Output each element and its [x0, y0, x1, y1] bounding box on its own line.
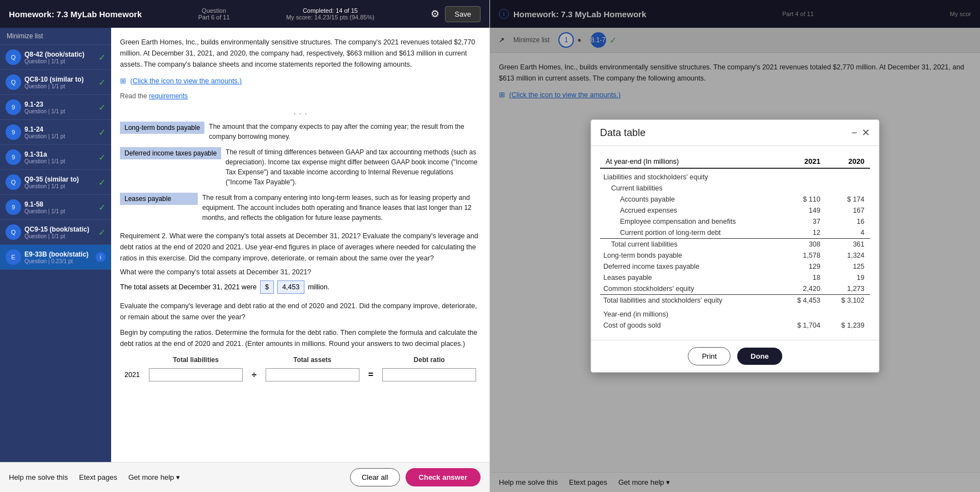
sidebar-item-sub-9: Question | 1/1 pt	[24, 108, 95, 114]
sidebar-item-title-13: 9.1-58	[24, 200, 95, 208]
div-sign: ÷	[247, 366, 261, 384]
evaluate-text: Evaluate the company's leverage and debt…	[120, 300, 481, 323]
gear-icon[interactable]: ⚙	[431, 8, 439, 20]
modal-title: Data table	[600, 127, 646, 139]
eq-sign: =	[364, 366, 378, 384]
question-label: Question	[202, 7, 226, 14]
sidebar-item-7[interactable]: Q Q8-42 (book/static) Question | 1/1 pt …	[0, 45, 111, 70]
sidebar-item-sub-7: Question | 1/1 pt	[24, 58, 95, 64]
glossary-row-1: Long-term bonds payable The amount that …	[120, 122, 481, 142]
sidebar-item-check-12: ✓	[98, 177, 106, 188]
sidebar-item-sub-11: Question | 1/1 pt	[24, 158, 95, 164]
ratio-row-label: 2021	[120, 366, 144, 384]
requirements-link[interactable]: requirements	[149, 92, 188, 100]
col1-header: Total liabilities	[144, 354, 247, 366]
modal-header: Data table − ✕	[591, 120, 879, 146]
scroll-dots: · · ·	[120, 108, 481, 119]
sidebar-item-sub-13: Question | 1/1 pt	[24, 208, 95, 214]
completed-text: Completed: 14 of 15	[286, 7, 374, 14]
sidebar-item-icon-8: Q	[6, 74, 21, 90]
sidebar-item-12[interactable]: Q Q9-35 (similar to) Question | 1/1 pt ✓	[0, 170, 111, 195]
sidebar-item-icon-10: 9	[6, 124, 21, 140]
glossary-row-3: Leases payable The result from a company…	[120, 193, 481, 223]
more-help-link[interactable]: Get more help ▾	[128, 473, 180, 481]
action-buttons: Clear all Check answer	[350, 468, 481, 486]
bottom-links: Help me solve this Etext pages Get more …	[9, 473, 180, 481]
modal-footer: Print Done	[591, 340, 879, 372]
table-icon[interactable]: ⊞	[120, 77, 126, 85]
sidebar-item-icon-15: E	[6, 249, 21, 265]
content-area: Green Earth Homes, Inc., builds environm…	[111, 28, 489, 462]
table-row-cogs: Cost of goods sold $ 1,704 $ 1,239	[600, 320, 870, 331]
total-assets-symbol: $	[260, 280, 274, 294]
sidebar-item-icon-12: Q	[6, 174, 21, 190]
ratio-input-liabilities[interactable]	[149, 368, 243, 381]
done-button[interactable]: Done	[737, 348, 782, 365]
table-row-current-ltd: Current portion of long-term debt 12 4	[600, 227, 870, 239]
glossary-def-1: The amount that the company expects to p…	[209, 122, 481, 142]
help-link[interactable]: Help me solve this	[9, 473, 68, 481]
glossary-def-3: The result from a company entering into …	[202, 193, 481, 223]
part-label: Part 6 of 11	[198, 14, 230, 21]
sidebar-item-sub-8: Question | 1/1 pt	[24, 83, 95, 89]
click-icon-text: ⊞ (Click the icon to view the amounts.)	[120, 76, 481, 87]
right-panel: i Homework: 7.3 MyLab Homework Part 4 of…	[490, 0, 980, 492]
total-assets-value: 4,453	[277, 280, 304, 294]
glossary-def-2: The result of timing differences between…	[226, 147, 481, 187]
table-row-current-liabilities: Current liabilities	[600, 183, 870, 194]
glossary-term-2: Deferred income taxes payable	[120, 147, 221, 159]
save-button[interactable]: Save	[445, 6, 481, 22]
sidebar-item-11[interactable]: 9 9.1-31a Question | 1/1 pt ✓	[0, 145, 111, 170]
answer-pre-text: The total assets at December 31, 2021 we…	[120, 283, 257, 291]
glossary-row-2: Deferred income taxes payable The result…	[120, 147, 481, 187]
sidebar-item-title-9: 9.1-23	[24, 101, 95, 108]
sidebar-item-15[interactable]: E E9-33B (book/static) Question | 0.23/1…	[0, 245, 111, 270]
left-center-info: Question Part 6 of 11	[198, 7, 230, 21]
sidebar-item-check-11: ✓	[98, 152, 106, 163]
ratio-input-debt-ratio[interactable]	[382, 368, 476, 381]
requirement2-text: Requirement 2. What were the company's t…	[120, 230, 481, 264]
sidebar-item-9[interactable]: 9 9.1-23 Question | 1/1 pt ✓	[0, 95, 111, 120]
left-title: Homework: 7.3 MyLab Homework	[9, 9, 142, 19]
total-assets-answer-row: The total assets at December 31, 2021 we…	[120, 280, 481, 294]
sidebar-item-icon-14: Q	[6, 224, 21, 240]
table-row-liabilities-header: Liabilities and stockholders' equity	[600, 168, 870, 183]
sidebar-item-info-15: i	[96, 252, 106, 262]
sidebar-item-title-15: E9-33B (book/static)	[24, 250, 92, 258]
sidebar-item-title-7: Q8-42 (book/static)	[24, 51, 95, 58]
col-label-header: At year-end (In millions)	[600, 155, 782, 168]
sidebar-item-10[interactable]: 9 9.1-24 Question | 1/1 pt ✓	[0, 120, 111, 145]
sidebar-item-8[interactable]: Q QC8-10 (similar to) Question | 1/1 pt …	[0, 70, 111, 95]
modal-minimize-button[interactable]: −	[851, 127, 857, 139]
sidebar-item-check-10: ✓	[98, 127, 106, 138]
sidebar-item-13[interactable]: 9 9.1-58 Question | 1/1 pt ✓	[0, 195, 111, 220]
sidebar-item-14[interactable]: Q QC9-15 (book/static) Question | 1/1 pt…	[0, 220, 111, 245]
minimize-list-button[interactable]: Minimize list	[0, 28, 111, 45]
table-row-accrued-expenses: Accrued expenses 149 167	[600, 205, 870, 216]
table-row-common-equity: Common stockholders' equity 2,420 1,273	[600, 283, 870, 295]
glossary-term-3: Leases payable	[120, 193, 198, 205]
score-text: My score: 14.23/15 pts (94.85%)	[286, 14, 374, 21]
score-area: Completed: 14 of 15 My score: 14.23/15 p…	[286, 7, 374, 21]
col2-header: Total assets	[261, 354, 364, 366]
modal-close-button[interactable]: ✕	[862, 127, 870, 139]
modal-overlay: Data table − ✕ At year-end (In millions)…	[490, 0, 980, 492]
left-header: Homework: 7.3 MyLab Homework Question Pa…	[0, 0, 489, 28]
modal-controls: − ✕	[851, 127, 870, 139]
click-icon-link[interactable]: (Click the icon to view the amounts.)	[130, 77, 242, 85]
clear-all-button[interactable]: Clear all	[350, 468, 400, 486]
ratio-input-assets[interactable]	[266, 368, 359, 381]
etext-link[interactable]: Etext pages	[79, 473, 117, 481]
sidebar-item-icon-7: Q	[6, 49, 21, 65]
sidebar-item-check-13: ✓	[98, 202, 106, 213]
table-row-total-liabilities: Total liabilities and stockholders' equi…	[600, 295, 870, 307]
total-assets-question: What were the company's total assets at …	[120, 268, 481, 276]
check-answer-button[interactable]: Check answer	[406, 468, 481, 486]
table-row-deferred-taxes: Deferred income taxes payable 129 125	[600, 261, 870, 272]
sidebar-item-sub-15: Question | 0.23/1 pt	[24, 258, 92, 264]
ratio-table: Total liabilities Total assets Debt rati…	[120, 354, 481, 384]
sidebar-item-sub-12: Question | 1/1 pt	[24, 183, 95, 189]
print-button[interactable]: Print	[688, 347, 731, 365]
compute-text: Begin by computing the ratios. Determine…	[120, 327, 481, 349]
table-row-yearend-header: Year-end (in millions)	[600, 306, 870, 320]
